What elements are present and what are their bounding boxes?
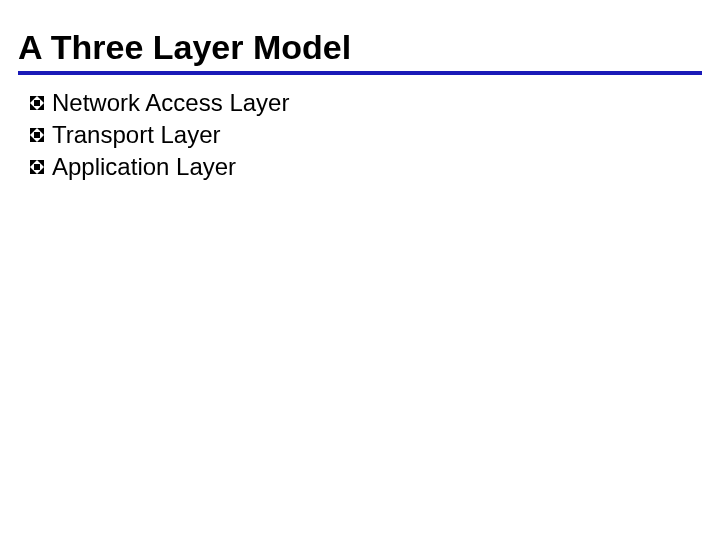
bullet-text: Transport Layer [52, 121, 221, 149]
bullet-icon [28, 158, 46, 176]
bullet-list: Network Access Layer Transport Layer A [18, 89, 702, 181]
bullet-icon [28, 94, 46, 112]
slide-title: A Three Layer Model [18, 28, 702, 75]
svg-rect-5 [34, 164, 40, 170]
svg-rect-1 [34, 100, 40, 106]
bullet-icon [28, 126, 46, 144]
slide-container: A Three Layer Model Network Access Layer [0, 0, 720, 540]
svg-rect-3 [34, 132, 40, 138]
list-item: Application Layer [28, 153, 702, 181]
bullet-text: Application Layer [52, 153, 236, 181]
list-item: Network Access Layer [28, 89, 702, 117]
bullet-text: Network Access Layer [52, 89, 289, 117]
list-item: Transport Layer [28, 121, 702, 149]
